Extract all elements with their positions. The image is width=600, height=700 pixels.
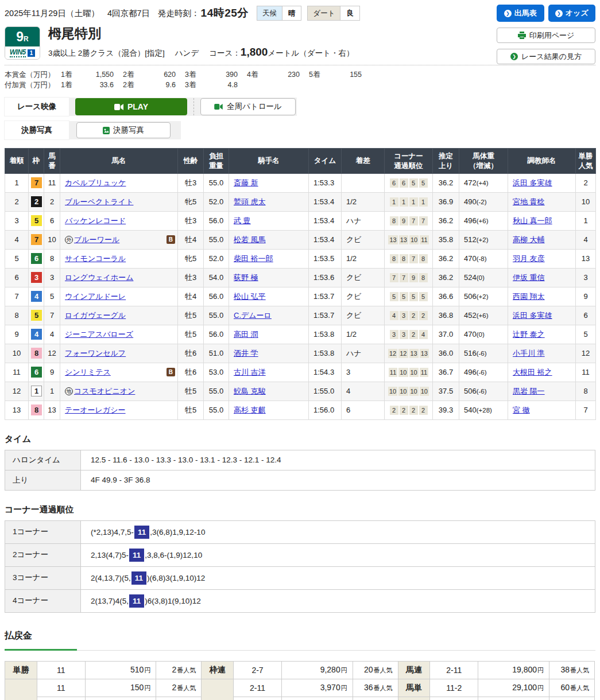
win-popularity: 6: [576, 306, 596, 325]
horse-name-link[interactable]: バッケンレコード: [65, 216, 126, 226]
trainer-link[interactable]: 宮地 貴稔: [513, 197, 545, 206]
printer-icon: [518, 32, 526, 39]
trainer-link[interactable]: 秋山 真一郎: [513, 216, 552, 225]
jockey-link[interactable]: 高杉 吏麒: [234, 406, 266, 414]
jockey-link[interactable]: C.デムーロ: [234, 311, 272, 320]
horse-number: 2: [44, 192, 60, 211]
prize-main-row: 本賞金（万円） 1着1,550 2着620 3着390 4着230 5着155: [5, 69, 595, 80]
jockey-link[interactable]: 鷲頭 虎太: [234, 197, 266, 206]
last-up-label: 上り: [5, 470, 81, 490]
payout-type: 単勝: [5, 661, 37, 679]
margin: 1/2: [342, 325, 385, 344]
horse-name-link[interactable]: コスモオピニオン: [74, 386, 135, 396]
horse-name-link[interactable]: シンリミテス: [65, 367, 111, 378]
patrol-video-button[interactable]: 全周パトロール: [200, 98, 296, 115]
trainer-link[interactable]: 浜田 多実雄: [513, 178, 552, 187]
trainer-link[interactable]: 宮 徹: [513, 406, 530, 414]
finish-pos: 6: [5, 268, 29, 287]
last-3f: 36.7: [433, 363, 459, 382]
last-3f: 36.6: [433, 287, 459, 306]
trainer-link[interactable]: 小手川 準: [513, 349, 545, 357]
trainer-link[interactable]: 高柳 大輔: [513, 235, 545, 244]
frame-badge: 5: [31, 310, 42, 321]
jockey-link[interactable]: 松若 風馬: [234, 235, 266, 244]
corner-pos-box: 7: [390, 273, 398, 282]
trainer-link[interactable]: 大根田 裕之: [513, 368, 552, 376]
horse-name-link[interactable]: ブルーペクトライト: [65, 197, 133, 207]
print-page-button[interactable]: 印刷用ページ: [497, 28, 595, 43]
payout-popularity: 27番人気: [549, 697, 595, 700]
finish-pos: 1: [5, 173, 29, 192]
payout-popularity: 60番人気: [549, 679, 595, 697]
odds-button[interactable]: ❯ オッズ: [548, 5, 596, 22]
jockey-link[interactable]: 古川 吉洋: [234, 368, 266, 376]
jockey-link[interactable]: 鮫島 克駿: [234, 387, 266, 395]
jockey-link[interactable]: 高田 潤: [234, 330, 258, 339]
col-sex-age: 性齢: [178, 149, 204, 174]
corner-pos-box: 13: [409, 349, 419, 358]
payout-popularity: 2番人気: [156, 661, 202, 679]
horse-name-link[interactable]: フォーワンセルフ: [65, 348, 126, 359]
frame-badge: 3: [31, 272, 42, 283]
finish-photo-button[interactable]: 決勝写真: [76, 122, 171, 138]
jockey-link[interactable]: 酒井 学: [234, 349, 258, 357]
odds-button-label: オッズ: [566, 8, 589, 18]
horse-name-link[interactable]: ロイガヴェーグル: [65, 310, 126, 321]
frame-badge: 6: [31, 253, 42, 264]
trainer-link[interactable]: 伊坂 重信: [513, 273, 545, 282]
track-label: ダート: [308, 6, 340, 20]
payout-popularity: 2番人気: [156, 679, 202, 697]
sex-age: 牡4: [178, 287, 204, 306]
result-row: 5 6 8 サイモンコーラル 牝5 52.0 柴田 裕一郎 1:53.5 1/2…: [5, 249, 596, 268]
jockey-link[interactable]: 荻野 極: [234, 273, 258, 282]
finish-time: 1:55.0: [309, 382, 342, 400]
frame-badge: 4: [31, 291, 42, 302]
sex-age: 牡5: [178, 325, 204, 344]
track-condition-badge: ダート 良: [307, 6, 360, 21]
highlighted-horse-11: 11: [134, 526, 149, 539]
trainer-link[interactable]: 黒岩 陽一: [513, 387, 545, 395]
horse-name-link[interactable]: ジーニアスバローズ: [65, 329, 133, 340]
margin: 3: [342, 363, 385, 382]
last-3f: 36.9: [433, 192, 459, 211]
jockey-link[interactable]: 松山 弘平: [234, 292, 266, 301]
corner-pos-box: 11: [420, 368, 428, 377]
body-weight: 472: [464, 178, 477, 187]
carried-weight: 52.0: [204, 192, 229, 211]
horse-name-link[interactable]: ブルーワール: [74, 235, 119, 245]
race-course: コース：1,800メートル（ダート・右）: [209, 46, 354, 59]
finish-pos: 7: [5, 287, 29, 306]
col-corners: コーナー 通過順位: [385, 149, 433, 174]
horse-name-link[interactable]: ウインアルドーレ: [65, 291, 126, 302]
horse-name-link[interactable]: カペルブリュッケ: [65, 178, 126, 188]
trainer-link[interactable]: 辻野 泰之: [513, 330, 545, 339]
last-3f: 35.8: [433, 230, 459, 249]
race-number: 9R: [5, 27, 40, 46]
payout-type: 馬連: [398, 661, 430, 679]
corner-pos-box: 11: [420, 235, 428, 244]
entries-button-label: 出馬表: [514, 8, 537, 18]
win-popularity: 12: [576, 344, 596, 363]
results-guide-button[interactable]: ❯ レース結果の見方: [497, 49, 595, 64]
horse-name-link[interactable]: ロングウェイホーム: [65, 273, 133, 283]
frame-badge: 6: [31, 367, 42, 378]
corner-row: 1コーナー (*2,13)4,7,5-11,3(6,8)1,9,12-10: [5, 520, 595, 543]
sex-age: 牡5: [178, 306, 204, 325]
jockey-link[interactable]: 柴田 裕一郎: [234, 254, 273, 263]
payout-amount: 250円: [281, 697, 353, 700]
jockey-link[interactable]: 斎藤 新: [234, 178, 258, 187]
trainer-link[interactable]: 浜田 多実雄: [513, 311, 552, 320]
win-popularity: 11: [576, 363, 596, 382]
margin: ハナ: [342, 344, 385, 363]
horse-name-link[interactable]: テーオーレガシー: [65, 405, 126, 415]
jockey-link[interactable]: 武 豊: [234, 216, 251, 225]
trainer-link[interactable]: 西園 翔太: [513, 292, 545, 301]
payout-combination: 11: [37, 661, 85, 679]
trainer-link[interactable]: 羽月 友彦: [513, 254, 545, 263]
horse-name-link[interactable]: サイモンコーラル: [65, 254, 126, 264]
divider: [193, 98, 194, 115]
sex-age: 牝5: [178, 249, 204, 268]
entries-button[interactable]: ❯ 出馬表: [497, 5, 544, 22]
play-button[interactable]: PLAY: [75, 98, 187, 115]
finish-time: 1:53.6: [309, 268, 342, 287]
